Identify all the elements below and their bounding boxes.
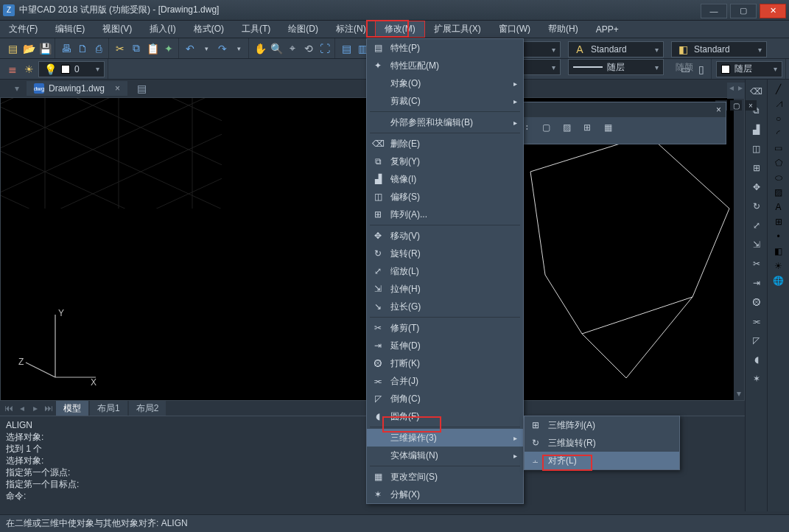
zoom-prev-icon[interactable]: ⟲ xyxy=(302,42,315,55)
lineweight-combo[interactable]: 随层▾ xyxy=(568,59,664,75)
tab-layout2[interactable]: 布局2 xyxy=(129,401,166,416)
menu-item[interactable]: ↻旋转(R) xyxy=(367,245,523,262)
maximize-button[interactable]: ▢ xyxy=(730,4,757,18)
sun-icon[interactable]: ☀ xyxy=(774,261,782,271)
cut-icon[interactable]: ✂ xyxy=(113,42,127,55)
new-tab-icon[interactable]: ▤ xyxy=(135,82,148,95)
rotate2-icon[interactable]: ↻ xyxy=(749,199,764,214)
ltab-last-icon[interactable]: ⏭ xyxy=(43,403,55,413)
ltab-first-icon[interactable]: ⏮ xyxy=(3,403,15,413)
layer-combo[interactable]: 💡 0 ▾ xyxy=(38,61,105,77)
trim2-icon[interactable]: ✂ xyxy=(749,256,764,271)
vertical-scrollbar[interactable]: ▴ ▾ xyxy=(734,98,744,400)
extend2-icon[interactable]: ⇥ xyxy=(749,276,764,290)
menu-item[interactable]: ◖圆角(F) xyxy=(367,407,523,425)
matchprop-icon[interactable]: ✦ xyxy=(162,42,175,55)
polygon-icon[interactable]: ⬠ xyxy=(775,158,782,168)
menu-格式o[interactable]: 格式(O) xyxy=(185,21,233,38)
hatch-icon[interactable]: ▨ xyxy=(774,187,782,197)
menu-app+[interactable]: APP+ xyxy=(587,21,628,38)
break2-icon[interactable]: ⮿ xyxy=(749,295,764,309)
ltab-next-icon[interactable]: ▸ xyxy=(29,403,41,413)
menu-item[interactable]: 实体编辑(N)▸ xyxy=(367,447,523,464)
erase-icon[interactable]: ⌫ xyxy=(749,84,764,99)
command-scrollbar[interactable] xyxy=(734,416,745,511)
ft-grid2-icon[interactable]: ▦ xyxy=(600,120,615,135)
globe-icon[interactable]: 🌐 xyxy=(773,276,784,286)
menu-item[interactable]: 外部参照和块编辑(B)▸ xyxy=(367,113,523,131)
undo-chev-icon[interactable]: ▾ xyxy=(200,42,213,55)
menu-item[interactable]: ✥移动(V) xyxy=(367,227,523,245)
close-tab-icon[interactable]: × xyxy=(115,83,120,94)
menu-item[interactable]: ⧉复制(Y) xyxy=(367,153,523,170)
layer-state-icon[interactable]: ☀ xyxy=(22,63,35,76)
rnav-left-icon[interactable]: ◂ xyxy=(727,83,736,99)
redo-chev-icon[interactable]: ▾ xyxy=(232,42,245,55)
scroll-down-icon[interactable]: ▾ xyxy=(735,388,743,397)
textstyle-combo[interactable]: A Standard▾ xyxy=(568,41,664,57)
menu-扩展工具x[interactable]: 扩展工具(X) xyxy=(425,21,490,38)
pan-icon[interactable]: ✋ xyxy=(253,42,267,55)
chamfer2-icon[interactable]: ◸ xyxy=(749,333,764,348)
menu-插入i[interactable]: 插入(I) xyxy=(141,21,184,38)
ellipse-icon[interactable]: ⬭ xyxy=(775,172,782,183)
save-icon[interactable]: 💾 xyxy=(38,42,52,55)
menu-修改m[interactable]: 修改(M) xyxy=(375,21,425,38)
copy-icon[interactable]: ⧉ xyxy=(130,42,143,55)
menu-item[interactable]: ▟镜像(I) xyxy=(367,170,523,188)
paste-icon[interactable]: 📋 xyxy=(146,42,159,55)
pline-icon[interactable]: ⩘ xyxy=(774,99,783,109)
menu-item[interactable]: ◫偏移(S) xyxy=(367,188,523,206)
submenu-item[interactable]: ⫠对齐(L) xyxy=(525,452,679,469)
menu-窗口w[interactable]: 窗口(W) xyxy=(490,21,539,38)
menu-工具t[interactable]: 工具(T) xyxy=(233,21,279,38)
menu-item[interactable]: ⫘合并(J) xyxy=(367,372,523,390)
menu-文件f[interactable]: 文件(F) xyxy=(0,21,46,38)
menu-item[interactable]: 三维操作(3)▸ xyxy=(367,429,523,447)
ft-grid-icon[interactable]: ⊞ xyxy=(580,120,595,135)
submenu-item[interactable]: ↻三维旋转(R) xyxy=(525,434,679,452)
menu-item[interactable]: ⤢缩放(L) xyxy=(367,262,523,280)
child-max-icon[interactable]: ▢ xyxy=(730,100,742,111)
menu-item[interactable]: ⮿打断(K) xyxy=(367,354,523,372)
menu-item[interactable]: ⇥延伸(D) xyxy=(367,337,523,354)
tab-scroll-left-icon[interactable]: ▾ xyxy=(15,83,19,94)
child-close-icon[interactable]: × xyxy=(745,100,757,111)
preview-icon[interactable]: 🗋 xyxy=(76,42,89,55)
join2-icon[interactable]: ⫘ xyxy=(749,314,764,329)
tablestyle-combo[interactable]: ◧ Standard▾ xyxy=(671,41,767,57)
props-icon[interactable]: ▤ xyxy=(340,42,353,55)
menu-item[interactable]: ✂修剪(T) xyxy=(367,319,523,337)
line-icon[interactable]: ╱ xyxy=(776,84,781,94)
zoom-ext-icon[interactable]: ⛶ xyxy=(318,42,332,55)
menu-item[interactable]: ⌫删除(E) xyxy=(367,135,523,153)
menu-标注n[interactable]: 标注(N) xyxy=(327,21,375,38)
publish-icon[interactable]: ⎙ xyxy=(92,42,105,55)
menu-item[interactable]: 对象(O)▸ xyxy=(367,74,523,92)
array2-icon[interactable]: ⊞ xyxy=(749,161,764,175)
menu-item[interactable]: ⊞阵列(A)... xyxy=(367,206,523,223)
ltab-prev-icon[interactable]: ◂ xyxy=(16,403,28,413)
point-icon[interactable]: • xyxy=(776,231,779,242)
mirror2-icon[interactable]: ▟ xyxy=(749,122,764,137)
redo-icon[interactable]: ↷ xyxy=(216,42,229,55)
stretch2-icon[interactable]: ⇲ xyxy=(749,237,764,252)
new-icon[interactable]: ▤ xyxy=(6,42,19,55)
fillet2-icon[interactable]: ◖ xyxy=(749,352,764,367)
menu-编辑e[interactable]: 编辑(E) xyxy=(46,21,94,38)
explode2-icon[interactable]: ✶ xyxy=(749,371,764,386)
menu-item[interactable]: 剪裁(C)▸ xyxy=(367,92,523,110)
offset2-icon[interactable]: ◫ xyxy=(749,141,764,156)
menu-视图v[interactable]: 视图(V) xyxy=(94,21,141,38)
menu-item[interactable]: ✦特性匹配(M) xyxy=(367,57,523,74)
menu-帮助h[interactable]: 帮助(H) xyxy=(539,21,587,38)
zoom-window-icon[interactable]: ⌖ xyxy=(286,42,299,55)
open-icon[interactable]: 📂 xyxy=(22,42,35,55)
menu-item[interactable]: ✶分解(X) xyxy=(367,486,523,503)
text-icon[interactable]: A xyxy=(775,202,781,212)
zoom-realtime-icon[interactable]: 🔍 xyxy=(270,42,283,55)
ft-hatch-icon[interactable]: ▨ xyxy=(559,120,574,135)
close-button[interactable]: ✕ xyxy=(760,4,786,18)
tab-model[interactable]: 模型 xyxy=(56,401,88,416)
region-icon[interactable]: ◧ xyxy=(774,246,782,256)
